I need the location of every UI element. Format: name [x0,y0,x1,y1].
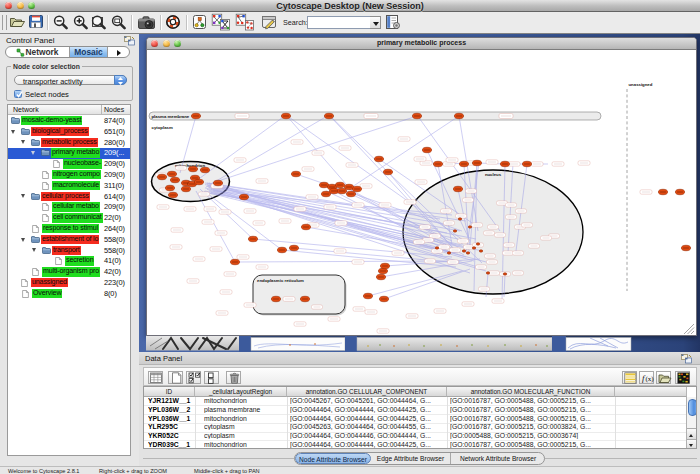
layout-copycat-icon-svg [211,13,231,31]
tree-row-nodecount: 264(0) [104,224,125,233]
network-tree-header[interactable]: Network Nodes [8,105,130,115]
zoom-out-icon[interactable] [52,14,70,31]
table-column-header[interactable]: annotation.GO MOLECULAR_FUNCTION [447,387,615,397]
snapshot-icon[interactable] [137,14,156,31]
open-folder-icon[interactable] [9,14,26,29]
search-dropdown-button[interactable] [370,16,381,29]
expand-triangle-icon[interactable] [11,130,15,136]
tab-overflow-button[interactable] [108,47,130,57]
tab-edge-attribute-browser[interactable]: Edge Attribute Browser [371,453,451,464]
expand-triangle-icon[interactable] [21,238,25,244]
tree-row-response-to-stimul[interactable]: response to stimul264(0) [8,224,130,235]
tree-row-label: cellular metabo [52,202,100,211]
attribute-browser-tabs: Node Attribute BrowserEdge Attribute Bro… [294,452,545,465]
import-file-icon[interactable] [656,371,671,384]
tab-node-attribute-browser[interactable]: Node Attribute Browser [295,453,371,464]
tree-row-establishment-of-lo[interactable]: establishment of lo558(0) [8,234,130,245]
search-input[interactable] [307,16,372,29]
tree-row-overview[interactable]: Overview8(0) [8,288,130,299]
import-table-icon[interactable] [622,371,637,384]
scrollbar-thumb[interactable] [688,399,697,416]
tree-row-nodecount: 558(0) [104,246,125,255]
unselect-attributes-icon[interactable] [204,371,219,384]
tree-row-nodecount: 209(0) [104,170,125,179]
search-options-icon[interactable] [385,14,401,30]
float-panel-icon-svg [681,354,692,364]
tree-row-biological-process[interactable]: biological_process651(0) [8,126,130,137]
table-row-YDR039C__1[interactable]: YDR039C__1 mitochondrion [GO:0044464, GO… [144,441,687,450]
tree-row-secretion[interactable]: secretion41(0) [8,256,130,267]
float-panel-icon[interactable] [681,354,692,364]
window-titlebar[interactable]: Cytoscape Desktop (New Session) [0,0,700,12]
file-icon [22,290,29,298]
attribute-table[interactable]: ID_cellularLayoutRegionannotation.GO CEL… [143,386,697,449]
window-resize-grip[interactable] [684,324,694,334]
create-network-icon[interactable] [192,14,207,30]
window-title: Cytoscape Desktop (New Session) [0,1,700,11]
tree-row-label: response to stimul [42,224,99,233]
tree-row-label: nucleobase- [63,159,102,168]
cell-cellular-component: [GO:0045263, GO:0044464, GO:0044455, G..… [290,423,445,430]
tree-row-nucleobase-[interactable]: nucleobase-209(0) [8,159,130,170]
table-column-header[interactable]: annotation.GO CELLULAR_COMPONENT [287,387,447,397]
save-icon[interactable] [28,14,44,29]
save-icon-svg [28,14,44,29]
select-attributes-icon[interactable] [186,371,201,384]
attribute-table-icon[interactable] [148,371,163,384]
file-icon [53,160,60,168]
tree-row-macromolecule[interactable]: macromolecule311(0) [8,180,130,191]
tree-row-nodecount: 41(0) [104,256,121,265]
table-scrollbar[interactable] [686,397,696,450]
delete-attribute-icon[interactable] [226,371,241,384]
tree-row-cell-communicat[interactable]: cell communicat22(0) [8,213,130,224]
tree-row-unassigned[interactable]: unassigned223(0) [8,278,130,289]
function-builder-icon[interactable]: f (x) [639,371,654,384]
table-column-header[interactable]: _cellularLayoutRegion [195,387,287,397]
tab-network-label: Network [25,47,58,57]
tree-row-cellular-process[interactable]: cellular process614(0) [8,191,130,202]
tree-row-transport[interactable]: transport558(0) [8,245,130,256]
table-column-header[interactable]: ID [144,387,195,397]
tree-row-nitrogen-compo[interactable]: nitrogen compo209(0) [8,170,130,181]
zoom-selected-icon[interactable] [90,14,108,31]
expand-triangle-icon[interactable] [21,140,25,146]
select-nodes-checkbox-svg [15,90,24,99]
network-window-titlebar[interactable]: primary metabolic process [147,38,696,50]
color-attribute-select[interactable]: transporter activity [14,75,127,85]
expand-triangle-icon[interactable] [32,248,36,254]
zoom-fit-icon[interactable] [110,14,128,31]
tab-mosaic[interactable]: Mosaic [69,47,108,57]
zoom-fit-icon-svg [110,14,128,31]
annotate-icon[interactable] [261,14,278,30]
scroll-down-button[interactable] [687,439,696,450]
layout-partition-icon[interactable] [235,13,255,31]
expand-triangle-icon[interactable] [31,151,35,157]
tab-network[interactable]: Network [6,47,69,57]
tree-row-multi-organism-pro[interactable]: multi-organism pro42(0) [8,267,130,278]
help-icon[interactable] [165,14,181,30]
expand-triangle-icon[interactable] [21,194,25,200]
cell-molecular-function: [GO:0016787, GO:0005488, GO:0005215, G..… [450,415,614,422]
layout-copycat-icon[interactable] [211,13,231,31]
select-nodes-checkbox[interactable] [14,90,22,98]
tree-row-mosaic-demo-yeast[interactable]: mosaic-demo-yeast874(0) [8,116,130,127]
table-column-header[interactable] [615,387,687,397]
file-icon [42,182,49,190]
network-view-window[interactable]: primary metabolic process plasma membran… [146,37,697,336]
heatmap-icon[interactable] [675,371,690,384]
cell-id: YKR052C [148,432,193,439]
tree-row-primary-metabo[interactable]: primary metabo209(... [8,148,130,159]
tree-row-label: cell communicat [52,213,103,222]
cell-id: YLR295C [148,423,193,430]
network-canvas[interactable]: plasma membranecytoplasmnucleusmitochond… [147,50,696,335]
float-panel-icon[interactable] [124,36,135,46]
region-label-cytoplasm: cytoplasm [152,125,173,130]
tab-network-attribute-browser[interactable]: Network Attribute Browser [451,453,545,464]
zoom-in-icon[interactable] [72,14,90,31]
tree-row-metabolic-process[interactable]: metabolic process280(0) [8,137,130,148]
tree-row-nodecount: 311(0) [104,181,124,190]
new-attribute-icon[interactable] [168,371,183,384]
scroll-up-button[interactable] [687,428,696,439]
folder-icon-svg [31,193,40,200]
tree-row-cellular-metabo[interactable]: cellular metabo209(0) [8,202,130,213]
